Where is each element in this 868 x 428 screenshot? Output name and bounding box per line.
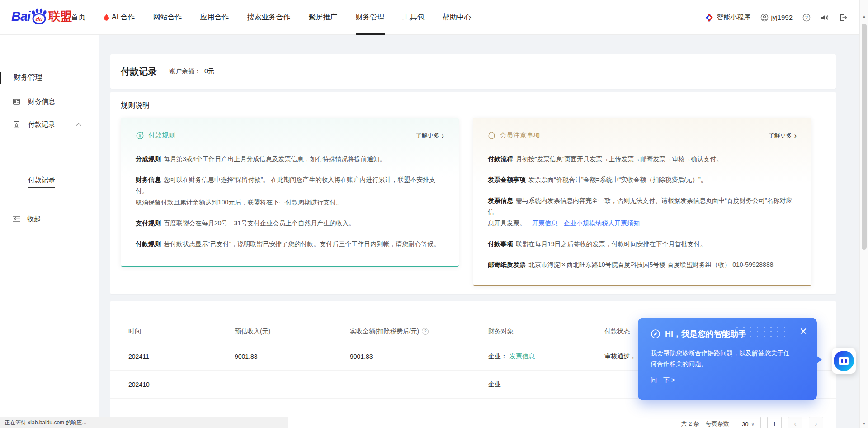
rule-item: 分成规则每月第3或4个工作日产出上月分成信息及发票信息，如有特殊情况将提前通知。 — [136, 153, 444, 165]
svg-text:?: ? — [805, 15, 808, 20]
logo-text-union: 联盟 — [48, 9, 72, 24]
smart-assistant-popup: Hi，我是您的智能助手 我会帮助您诊断合作链路问题，以及解答您关于任 何合作相关… — [638, 318, 817, 400]
rules-card: 规则说明 ¥ 付款规则 了解更多› — [110, 92, 836, 294]
logout-icon[interactable] — [839, 14, 848, 22]
page-scrollbar: ▲ ▼ — [859, 0, 868, 428]
rule-item: 邮寄纸质发票北京市海淀区西北旺东路10号院百度科技园5号楼 百度联盟财务组（收）… — [488, 259, 797, 271]
nav-item-search-biz[interactable]: 搜索业务合作 — [247, 0, 291, 35]
sidebar-item-payment-records[interactable]: 付款记录 — [0, 118, 99, 131]
cell-time: 202411 — [128, 353, 235, 360]
ask-now-link[interactable]: 问一下 > — [651, 376, 804, 385]
next-page-button[interactable]: › — [809, 417, 823, 428]
user-account[interactable]: jyj1992 — [760, 14, 793, 22]
sidebar-subitem-payment-records-active[interactable]: 付款记录 — [28, 176, 55, 188]
total-count: 共 2 条 — [681, 420, 699, 428]
nav-item-toolkit[interactable]: 工具包 — [403, 0, 425, 35]
nav-item-help-center[interactable]: 帮助中心 — [443, 0, 472, 35]
main-menu: 首页 AI 合作 网站合作 应用合作 搜索业务合作 聚屏推广 财务管理 工具包 … — [71, 0, 490, 35]
rule-item: 付款事项联盟在每月19日之后签收的发票，付款时间安排在下个月首批支付。 — [488, 238, 797, 250]
top-navigation: Bai du 联盟 首页 AI 合作 网站合作 应用合作 搜索业务合作 聚屏推广… — [0, 0, 868, 35]
nav-item-finance[interactable]: 财务管理 — [356, 0, 385, 35]
nav-item-ai[interactable]: AI 合作 — [104, 0, 135, 35]
member-notice-more-link[interactable]: 了解更多› — [769, 132, 797, 140]
payment-rules-title: 付款规则 — [148, 131, 175, 140]
per-page-select[interactable]: 30∨ — [736, 417, 761, 428]
mini-program-icon — [705, 13, 714, 22]
speaker-icon[interactable] — [821, 14, 829, 22]
col-header-actual-amount: 实收金额(扣除税费后/元) — [350, 328, 419, 336]
chevron-up-icon[interactable] — [76, 123, 81, 126]
col-header-finance-entity: 财务对象 — [488, 328, 604, 336]
rule-item: 付款规则若付款状态显示“已支付”，说明联盟已安排了您的付款。支付后三个工作日内到… — [136, 238, 444, 250]
account-balance: 账户余额：0元 — [169, 67, 214, 76]
assistant-fab-button[interactable] — [832, 348, 856, 374]
invoice-info-link[interactable]: 开票信息 — [532, 219, 557, 227]
small-taxpayer-notice-link[interactable]: 企业小规模纳税人开票须知 — [564, 219, 640, 227]
nav-item-app[interactable]: 应用合作 — [200, 0, 229, 35]
info-icon[interactable]: ? — [422, 328, 429, 335]
cell-entity: 企业 — [488, 380, 604, 389]
caret-down-icon: ∨ — [751, 422, 755, 427]
active-section-indicator — [0, 72, 1, 84]
cell-actual: 9001.83 — [350, 353, 488, 360]
sidebar-divider — [4, 204, 96, 204]
close-icon[interactable] — [800, 328, 807, 335]
cell-entity: 企业：发票信息 — [488, 352, 604, 361]
rule-item: 财务信息您可以在财务信息中选择“保留付款”。 在此期间您产生的收入将在账户内进行… — [136, 174, 444, 208]
scroll-up-icon[interactable]: ▲ — [860, 14, 868, 19]
sidebar-collapse-button[interactable]: 收起 — [0, 212, 99, 226]
page-number-button[interactable]: 1 — [767, 417, 782, 428]
logo-text-bai: Bai — [11, 9, 30, 24]
balance-value: 0元 — [204, 67, 214, 75]
rule-item: 发票金额事项发票票面“价税合计”金额=系统中“实收金额（扣除税费后/元）”。 — [488, 174, 797, 185]
compass-icon — [651, 329, 660, 339]
cell-actual: -- — [350, 381, 488, 388]
chevron-right-icon: › — [794, 132, 797, 139]
rule-item: 付款流程月初按“发票信息”页面开具发票→上传发票→邮寄发票→审核→确认支付。 — [488, 153, 797, 165]
nav-item-website[interactable]: 网站合作 — [153, 0, 182, 35]
per-page-label: 每页条数 — [706, 420, 729, 428]
mini-program-entry[interactable]: 智能小程序 — [705, 13, 750, 22]
cell-time: 202410 — [128, 381, 235, 388]
prev-page-button[interactable]: ‹ — [788, 417, 802, 428]
page-title: 付款记录 — [121, 66, 157, 78]
member-notice-title: 会员注意事项 — [500, 131, 540, 140]
badge-star-icon — [13, 121, 20, 128]
scrollbar-thumb[interactable] — [862, 24, 867, 250]
collapse-icon — [12, 215, 21, 222]
invoice-info-table-link[interactable]: 发票信息 — [509, 352, 535, 360]
sidebar-item-finance-info[interactable]: 财务信息 — [0, 95, 99, 108]
payment-rules-box: ¥ 付款规则 了解更多› 分成规则每月第3或4个工作日产出上月分成信息及发票信息… — [121, 118, 459, 267]
rules-section-title: 规则说明 — [121, 101, 826, 110]
egg-icon — [488, 131, 495, 140]
coin-yuan-icon: ¥ — [136, 131, 144, 140]
decorative-dots — [734, 325, 787, 337]
nav-item-home[interactable]: 首页 — [71, 0, 85, 35]
id-card-icon — [13, 98, 20, 105]
paw-icon: du — [30, 8, 47, 24]
payment-rules-more-link[interactable]: 了解更多› — [416, 132, 444, 140]
baidu-union-logo[interactable]: Bai du 联盟 — [11, 8, 72, 24]
user-icon — [760, 14, 769, 22]
browser-status-bar: 正在等待 xlab.baidu.com 的响应... — [0, 417, 288, 428]
member-notice-box: 会员注意事项 了解更多› 付款流程月初按“发票信息”页面开具发票→上传发票→邮寄… — [473, 118, 811, 286]
rule-item: 发票信息需与系统内发票信息内容完全一致，否则无法支付。请根据发票信息页面中“百度… — [488, 195, 797, 229]
scroll-down-icon[interactable]: ▼ — [860, 422, 868, 426]
nav-item-screen-promo[interactable]: 聚屏推广 — [309, 0, 338, 35]
col-header-time: 时间 — [128, 328, 235, 336]
page-header-card: 付款记录 账户余额：0元 — [110, 54, 836, 89]
chevron-right-icon: › — [442, 132, 444, 139]
balance-label: 账户余额： — [169, 67, 201, 75]
svg-text:¥: ¥ — [138, 133, 142, 138]
cell-estimated: 9001.83 — [235, 353, 350, 360]
cell-estimated: -- — [235, 381, 350, 388]
pagination: 共 2 条 每页条数 30∨ 1 ‹ › — [681, 417, 823, 428]
assistant-message: 我会帮助您诊断合作链路问题，以及解答您关于任 何合作相关的问题。 — [651, 347, 804, 369]
robot-icon — [834, 351, 854, 371]
nav-right-cluster: 智能小程序 jyj1992 ? — [705, 0, 848, 35]
help-icon[interactable]: ? — [802, 14, 811, 22]
popup-pointer — [816, 356, 822, 364]
col-header-estimated-income: 预估收入(元) — [235, 328, 350, 336]
sidebar-section-finance-management[interactable]: 财务管理 — [14, 73, 42, 82]
sidebar: 财务管理 财务信息 付款记录 付款记录 — [0, 35, 99, 428]
